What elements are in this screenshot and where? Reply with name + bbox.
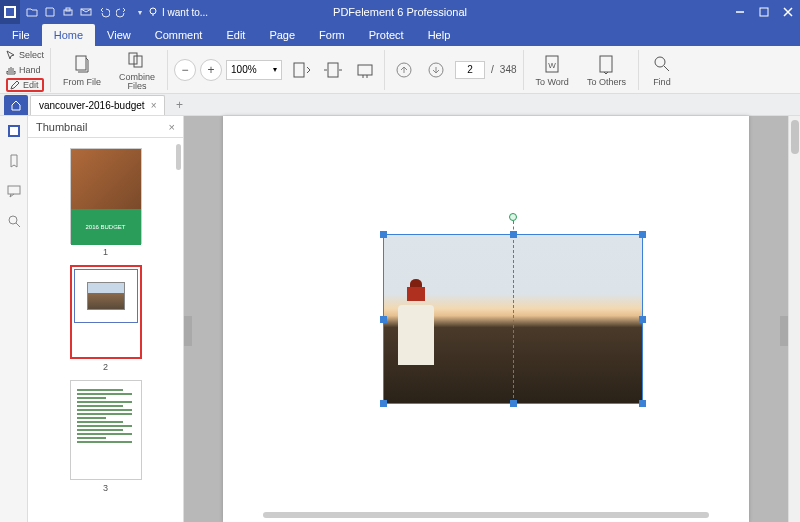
- menu-bar: File Home View Comment Edit Page Form Pr…: [0, 24, 800, 46]
- menu-view[interactable]: View: [95, 24, 143, 46]
- left-rail: [0, 116, 28, 522]
- next-page-button[interactable]: [423, 57, 449, 83]
- close-tab-icon[interactable]: ×: [151, 100, 157, 111]
- find-button[interactable]: Find: [645, 51, 679, 89]
- separator: [523, 50, 524, 90]
- thumbnail-number: 1: [103, 247, 108, 257]
- home-tab[interactable]: [4, 95, 28, 115]
- svg-text:W: W: [548, 61, 556, 70]
- menu-edit[interactable]: Edit: [214, 24, 257, 46]
- resize-handle-tl[interactable]: [380, 231, 387, 238]
- comment-icon: [7, 184, 21, 198]
- thumbnail-item[interactable]: 3: [70, 380, 142, 493]
- zoom-combo[interactable]: 100% ▾: [226, 60, 282, 80]
- resize-handle-bl[interactable]: [380, 400, 387, 407]
- save-icon[interactable]: [42, 6, 58, 18]
- vertical-scrollbar[interactable]: [788, 116, 800, 522]
- thumbnails-icon: [7, 124, 21, 138]
- page-view[interactable]: [223, 116, 749, 522]
- select-label: Select: [19, 50, 44, 60]
- panel-collapse-right[interactable]: [780, 316, 788, 346]
- to-others-label: To Others: [587, 77, 626, 87]
- from-file-icon: [71, 53, 93, 75]
- resize-handle-ml[interactable]: [380, 316, 387, 323]
- horizontal-scrollbar[interactable]: [263, 512, 709, 518]
- thumbnail-item[interactable]: 2: [70, 265, 142, 372]
- comments-rail-button[interactable]: [5, 182, 23, 200]
- i-want-to-search[interactable]: I want to...: [148, 7, 208, 18]
- search-icon: [7, 214, 21, 228]
- resize-handle-br[interactable]: [639, 400, 646, 407]
- panel-collapse-left[interactable]: [184, 316, 192, 346]
- menu-page[interactable]: Page: [257, 24, 307, 46]
- thumbnail-page-2: [70, 265, 142, 359]
- search-rail-button[interactable]: [5, 212, 23, 230]
- thumbnail-panel: Thumbnail × 2016 BUDGET 1 2: [28, 116, 184, 522]
- edit-tool[interactable]: Edit: [6, 78, 44, 92]
- from-file-button[interactable]: From File: [57, 51, 107, 89]
- prev-page-button[interactable]: [391, 57, 417, 83]
- menu-help[interactable]: Help: [416, 24, 463, 46]
- edit-label: Edit: [23, 80, 39, 90]
- to-word-label: To Word: [536, 77, 569, 87]
- menu-form[interactable]: Form: [307, 24, 357, 46]
- fit-page-button[interactable]: [288, 57, 314, 83]
- menu-comment[interactable]: Comment: [143, 24, 215, 46]
- canvas-area[interactable]: [184, 116, 788, 522]
- from-file-label: From File: [63, 77, 101, 87]
- to-word-icon: W: [541, 53, 563, 75]
- menu-home[interactable]: Home: [42, 24, 95, 46]
- select-tool[interactable]: Select: [6, 48, 44, 62]
- page-number-input[interactable]: 2: [455, 61, 485, 79]
- to-others-button[interactable]: To Others: [581, 51, 632, 89]
- combine-files-button[interactable]: Combine Files: [113, 47, 161, 93]
- svg-rect-1: [6, 8, 14, 16]
- thumbnail-panel-title: Thumbnail: [36, 121, 87, 133]
- resize-handle-mr[interactable]: [639, 316, 646, 323]
- svg-rect-9: [129, 53, 137, 64]
- thumbnail-page-3: [70, 380, 142, 480]
- dropdown-icon[interactable]: ▾: [132, 6, 148, 18]
- thumbnail-item[interactable]: 2016 BUDGET 1: [70, 148, 142, 257]
- hand-tool[interactable]: Hand: [6, 63, 44, 77]
- open-icon[interactable]: [24, 6, 40, 18]
- thumbnails-rail-button[interactable]: [5, 122, 23, 140]
- document-tab[interactable]: vancouver-2016-budget ×: [30, 95, 165, 115]
- undo-icon[interactable]: [96, 6, 112, 18]
- chevron-down-icon: ▾: [273, 65, 277, 74]
- to-word-button[interactable]: W To Word: [530, 51, 575, 89]
- print-icon[interactable]: [60, 6, 76, 18]
- quick-access-toolbar: ▾: [24, 6, 148, 18]
- minimize-button[interactable]: [728, 0, 752, 24]
- thumbnail-page-1: 2016 BUDGET: [70, 148, 142, 244]
- redo-icon[interactable]: [114, 6, 130, 18]
- actual-size-button[interactable]: [352, 57, 378, 83]
- svg-rect-11: [294, 63, 304, 77]
- email-icon[interactable]: [78, 6, 94, 18]
- bookmark-icon: [7, 154, 21, 168]
- menu-protect[interactable]: Protect: [357, 24, 416, 46]
- maximize-button[interactable]: [752, 0, 776, 24]
- menu-file[interactable]: File: [0, 24, 42, 46]
- thumbnail-number: 2: [103, 362, 108, 372]
- resize-handle-tm[interactable]: [510, 231, 517, 238]
- scrollbar-thumb[interactable]: [176, 144, 181, 170]
- thumbnail-list[interactable]: 2016 BUDGET 1 2 3: [28, 138, 183, 522]
- zoom-out-button[interactable]: −: [174, 59, 196, 81]
- svg-rect-7: [760, 8, 768, 16]
- separator: [384, 50, 385, 90]
- resize-handle-tr[interactable]: [639, 231, 646, 238]
- close-button[interactable]: [776, 0, 800, 24]
- page-separator: /: [491, 64, 494, 75]
- fit-width-button[interactable]: [320, 57, 346, 83]
- thumbnail-panel-header: Thumbnail ×: [28, 116, 183, 138]
- scrollbar-thumb[interactable]: [791, 120, 799, 154]
- selected-image[interactable]: [383, 234, 643, 404]
- bookmarks-rail-button[interactable]: [5, 152, 23, 170]
- zoom-in-button[interactable]: +: [200, 59, 222, 81]
- workspace: Thumbnail × 2016 BUDGET 1 2: [0, 116, 800, 522]
- add-tab-button[interactable]: +: [169, 98, 189, 112]
- close-panel-icon[interactable]: ×: [169, 121, 175, 133]
- resize-handle-bm[interactable]: [510, 400, 517, 407]
- rotate-handle[interactable]: [509, 213, 517, 221]
